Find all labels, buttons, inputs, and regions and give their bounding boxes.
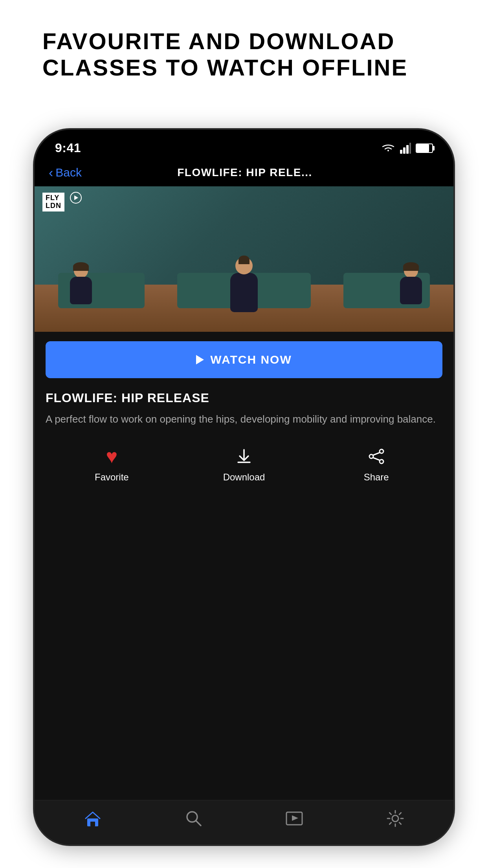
person-center (230, 257, 258, 312)
favorite-icon-wrap: ♥ (100, 446, 123, 467)
video-icon-wrap (284, 808, 305, 829)
search-icon-wrap (183, 808, 204, 829)
svg-line-22 (389, 813, 391, 814)
svg-marker-16 (292, 815, 298, 821)
favorite-action[interactable]: ♥ Favorite (46, 446, 178, 483)
share-action[interactable]: Share (310, 446, 442, 483)
person-right-head (404, 264, 418, 278)
person-left (70, 264, 92, 304)
svg-line-14 (196, 821, 201, 826)
play-triangle (74, 195, 78, 200)
svg-rect-1 (403, 147, 405, 154)
bottom-nav (35, 800, 453, 844)
nav-title: FLOWLIFE: HIP RELE... (82, 166, 408, 179)
download-action[interactable]: Download (178, 446, 310, 483)
share-icon (367, 447, 385, 465)
watch-now-play-icon (196, 355, 204, 364)
status-bar: 9:41 (35, 130, 453, 160)
class-title: FLOWLIFE: HIP RELEASE (35, 388, 453, 412)
person-right-hair (403, 262, 419, 271)
content-area: WATCH NOW FLOWLIFE: HIP RELEASE A perfec… (35, 332, 453, 800)
download-label: Download (223, 472, 265, 483)
person-center-head (235, 257, 253, 274)
gear-icon (386, 809, 405, 828)
person-left-hair (73, 262, 89, 271)
svg-line-23 (399, 822, 401, 824)
svg-line-25 (389, 822, 391, 824)
person-left-head (74, 264, 88, 278)
nav-item-search[interactable] (143, 808, 244, 829)
page-headline: FAVOURITE AND DOWNLOAD CLASSES TO WATCH … (42, 28, 446, 81)
nav-item-video[interactable] (244, 808, 345, 829)
nav-item-home[interactable] (42, 808, 143, 829)
nav-item-settings[interactable] (345, 808, 446, 829)
svg-rect-2 (406, 145, 409, 154)
watch-now-button[interactable]: WATCH NOW (46, 341, 442, 378)
action-row: ♥ Favorite Download (35, 440, 453, 498)
watch-now-label: WATCH NOW (210, 353, 292, 366)
svg-rect-12 (90, 822, 95, 826)
status-time: 9:41 (55, 141, 81, 155)
video-player-icon (285, 810, 304, 827)
back-label: Back (55, 166, 82, 179)
svg-rect-3 (409, 143, 411, 154)
phone-screen: 9:41 (35, 130, 453, 844)
share-icon-wrap (365, 446, 388, 467)
phone-shell: 9:41 (35, 130, 453, 844)
signal-icon (400, 143, 411, 154)
share-label: Share (364, 472, 389, 483)
video-bg: FLY LDN (35, 186, 453, 332)
play-circle-icon (70, 192, 82, 204)
person-left-body (70, 277, 92, 304)
heart-icon: ♥ (106, 447, 117, 466)
download-icon (235, 447, 253, 465)
svg-line-9 (373, 452, 380, 455)
battery-icon (416, 143, 433, 153)
svg-rect-0 (400, 150, 402, 154)
class-description: A perfect flow to work on opening the hi… (35, 412, 453, 440)
nav-bar: ‹ Back FLOWLIFE: HIP RELE... (35, 160, 453, 186)
wifi-icon (381, 143, 395, 154)
home-icon (83, 810, 102, 827)
brand-logo: FLY LDN (42, 193, 64, 211)
search-icon (184, 809, 203, 828)
settings-icon-wrap (385, 808, 405, 829)
person-center-body (230, 273, 258, 312)
svg-point-17 (392, 815, 398, 822)
home-icon-wrap (83, 808, 103, 829)
person-center-hair (238, 256, 250, 264)
svg-line-24 (399, 813, 401, 814)
svg-line-10 (373, 458, 380, 460)
favorite-label: Favorite (95, 472, 129, 483)
person-right-body (400, 277, 422, 304)
back-button[interactable]: ‹ Back (49, 165, 82, 180)
download-icon-wrap (232, 446, 256, 467)
person-right (400, 264, 422, 304)
video-thumbnail[interactable]: FLY LDN (35, 186, 453, 332)
status-icons (381, 143, 433, 154)
back-chevron-icon: ‹ (49, 165, 53, 180)
